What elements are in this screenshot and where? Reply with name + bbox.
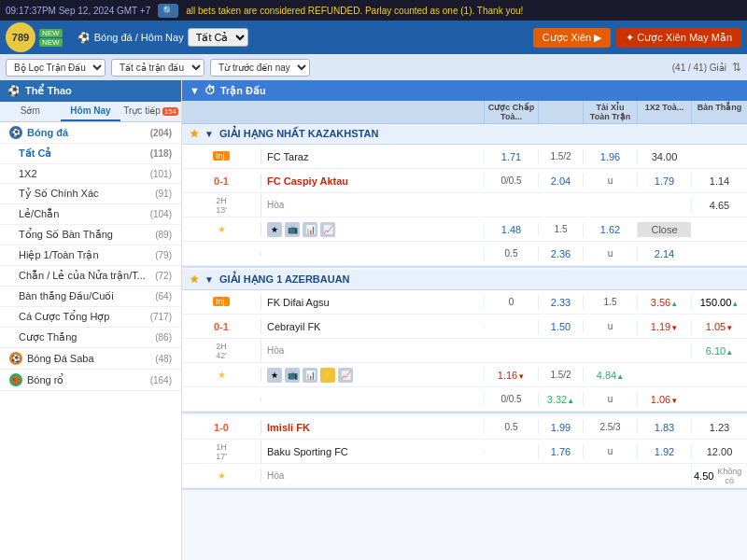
saba-icon: ⚽: [9, 352, 22, 365]
stats-icon[interactable]: 📊: [303, 222, 317, 237]
sidebar-item-bong-ro[interactable]: 🏀 Bóng rổ (164): [0, 370, 181, 391]
search-icon[interactable]: 🔍: [158, 4, 178, 18]
star-2[interactable]: ★: [218, 224, 226, 234]
az-odds-2-3[interactable]: 1.05▼: [691, 319, 747, 334]
sidebar-section-title: Thể Thao: [25, 85, 72, 97]
imisli-odds-1-2[interactable]: 1.83: [637, 420, 691, 435]
filter-select-2[interactable]: Tất cả trận đấu: [111, 59, 204, 77]
sidebar-item-tat-ca[interactable]: Tất Cả (118): [0, 144, 181, 164]
az-odds-1-3[interactable]: 150.00▲: [691, 295, 747, 310]
odds2-2[interactable]: 1.79: [637, 174, 691, 189]
tab-som[interactable]: Sớm: [0, 102, 61, 121]
col-header-cuoc-chap: Cược Chấp Toà...: [484, 101, 538, 123]
imisli-odds-2-1[interactable]: 1.76: [538, 444, 583, 459]
imisli-handicap-1-2: 2.5/3: [583, 420, 637, 434]
star-icon-2[interactable]: ★: [190, 273, 199, 286]
chart-icon[interactable]: 📈: [320, 222, 335, 237]
col-header-handicap: [538, 101, 583, 123]
filter-select-3[interactable]: Từ trước đến nay: [210, 59, 310, 77]
odds-cell-1-2[interactable]: 1.96: [583, 149, 637, 164]
imisli-odds-2-2[interactable]: 1.92: [637, 444, 691, 459]
az-odds4-1[interactable]: 1.16▼: [484, 368, 538, 383]
match-teams: FC Taraz: [261, 147, 484, 166]
az-match-teams-2: Cebrayil FK: [261, 317, 484, 336]
sidebar-item-hiep1[interactable]: Hiệp 1/Toàn Trận (79): [0, 245, 181, 266]
az-handicap-1-2: 1.5: [583, 295, 637, 309]
extra-val-1: 4.65: [691, 198, 747, 213]
odds5-1[interactable]: 2.36: [538, 246, 583, 261]
handicap5-1: 0.5: [484, 246, 538, 260]
az-odds5-2[interactable]: 1.06▼: [637, 392, 691, 407]
az-odds-1-2[interactable]: 3.56▲: [637, 295, 691, 310]
odds4-1[interactable]: 1.48: [484, 222, 538, 237]
tab-truc-tiep[interactable]: Trực tiếp154: [120, 102, 181, 121]
imisli-odds-1-3[interactable]: 1.23: [691, 420, 747, 435]
az-odds-2-2[interactable]: 1.19▼: [637, 319, 691, 334]
az-extra-val: 6.10▲: [691, 343, 747, 358]
section-title: Trận Đấu: [220, 85, 266, 97]
star-icon[interactable]: ★: [190, 128, 199, 140]
az-handicap4-1: 1.5/2: [538, 368, 583, 382]
az-match-teams-1: FK Difai Agsu: [261, 293, 484, 312]
sidebar-item-tong-so[interactable]: Tổng Số Bàn Thắng (89): [0, 225, 181, 245]
sidebar-item-ca-cuoc-tong-hop[interactable]: Cá Cược Tổng Hợp (717): [0, 307, 181, 328]
odds5-2[interactable]: 2.14: [637, 246, 691, 261]
match-row-1: Inj. FC Taraz 1.71 1.5/2 1.96 34.00: [182, 145, 747, 169]
sidebar-item-ban-thang-dau-cuoi[interactable]: Bàn thắng Đầu/Cuối (64): [0, 287, 181, 307]
az-chart-icon[interactable]: 📈: [338, 368, 353, 383]
odds2-1[interactable]: 2.04: [538, 174, 583, 189]
filter-select-1[interactable]: Bộ Lọc Trận Đấu: [6, 59, 106, 77]
section-toggle-icon[interactable]: ▼: [190, 85, 200, 96]
star-match-icon[interactable]: ★: [267, 222, 282, 237]
az-star[interactable]: ★: [218, 370, 226, 380]
sidebar-item-le-chan[interactable]: Lẻ/Chẵn (104): [0, 204, 181, 225]
handicap-cell-1-1: 1.5/2: [538, 149, 583, 163]
az-tv-icon[interactable]: 📺: [285, 368, 300, 383]
az-empty-2-1: [484, 325, 538, 329]
tab-hom-nay[interactable]: Hôm Nay: [61, 102, 121, 121]
match-action-icons: ★ 📺 📊 📈: [267, 222, 478, 237]
az-stats-icon[interactable]: 📊: [303, 368, 317, 383]
sidebar-item-cuoc-thang[interactable]: Cược Thắng (86): [0, 328, 181, 348]
az-odds4-2[interactable]: 4.84▲: [583, 368, 637, 383]
match-row-2: 0-1 FC Caspiy Aktau 0/0.5 2.04 u 1.79 1.…: [182, 169, 747, 193]
az-odds5-1[interactable]: 3.32▲: [538, 392, 583, 407]
sidebar-item-ty-so[interactable]: Tỷ Số Chính Xác (91): [0, 184, 181, 204]
imisli-row-3: ★ Hòa 4.50 Không có: [182, 464, 747, 488]
imisli-teams-2: Baku Sporting FC: [261, 442, 484, 461]
az-star-icon[interactable]: ★: [267, 368, 282, 383]
az-match-meta-5: [182, 398, 261, 401]
match-count: (41 / 41) Giải: [672, 63, 726, 73]
imisli-odds-1-1[interactable]: 1.99: [538, 420, 583, 435]
sort-icon[interactable]: ⇅: [732, 61, 741, 74]
az-team2: Cebrayil FK: [267, 319, 478, 334]
az-gold-icon[interactable]: ⚡: [320, 368, 335, 383]
odds-cell-1-3[interactable]: 34.00: [637, 149, 691, 164]
match-meta-2: 0-1: [182, 174, 261, 189]
match-row-4: ★ ★ 📺 📊 📈 1.48 1.5 1.62 Close: [182, 217, 747, 242]
col-header-ban-thang: Bàn Thắng: [691, 101, 747, 123]
sidebar-item-bong-da[interactable]: ⚽ Bóng đá (204): [0, 122, 181, 144]
az-match-meta-4: ★: [182, 368, 261, 382]
az-handicap-1: 0: [484, 295, 538, 309]
imisli-no-count: Không có: [713, 467, 745, 485]
tv-icon[interactable]: 📺: [285, 222, 300, 237]
sidebar-item-1x2[interactable]: 1X2 (101): [0, 164, 181, 184]
az-odds-2-1[interactable]: 1.50: [538, 319, 583, 334]
sidebar-item-chan-le-nua-tran[interactable]: Chẵn / Lẻ của Nửa trận/T... (72): [0, 266, 181, 287]
notice-text: all bets taken are considered REFUNDED. …: [186, 6, 523, 16]
az-type-row: Hòa: [261, 342, 484, 359]
filter-dropdown[interactable]: Tất Cả: [188, 28, 248, 47]
az-handicap5-2: u: [583, 392, 637, 406]
imisli-match-type: Hòa: [267, 469, 478, 483]
cuoc-xien-may-man-button[interactable]: ✦ Cược Xiên May Mắn: [616, 28, 741, 48]
sidebar-item-bong-da-saba[interactable]: ⚽ Bóng Đá Saba (48): [0, 348, 181, 370]
az-odds-1-1[interactable]: 2.33: [538, 295, 583, 310]
odds4-2[interactable]: 1.62: [583, 222, 637, 237]
cuoc-xien-button[interactable]: Cược Xiên ▶: [533, 28, 612, 48]
odds2-3[interactable]: 1.14: [691, 174, 747, 189]
odds-cell-1-1[interactable]: 1.71: [484, 149, 538, 164]
imisli-star[interactable]: ★: [218, 470, 226, 481]
imisli-odds-2-3[interactable]: 12.00: [691, 444, 747, 459]
imisli-handicap-1: 0.5: [484, 420, 538, 434]
